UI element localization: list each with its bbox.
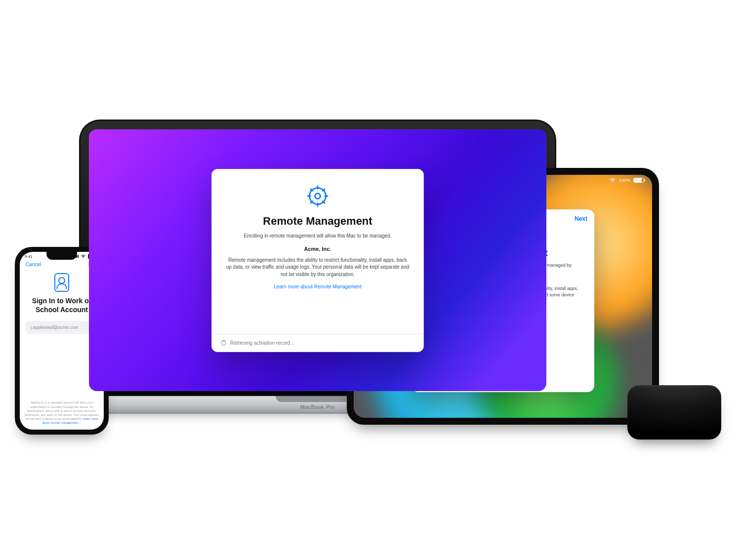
- spinner-icon: [221, 340, 226, 346]
- apple-tv-device: [627, 385, 721, 440]
- status-battery-percent: 100%: [619, 178, 630, 183]
- gear-icon: [307, 185, 329, 207]
- learn-more-link[interactable]: Learn more about Remote Management: [226, 284, 410, 289]
- window-org: Acme, Inc.: [226, 246, 410, 252]
- email-field[interactable]: j.appleseed@acme.com: [26, 321, 98, 334]
- cancel-button[interactable]: Cancel: [26, 262, 41, 267]
- window-title: Remote Management: [226, 215, 410, 228]
- battery-icon: [633, 178, 644, 183]
- remote-management-window: Remote Management Enrolling in remote ma…: [211, 169, 424, 352]
- wifi-icon: [609, 178, 616, 183]
- macbook-brand-label: MacBook Pro: [300, 404, 335, 410]
- window-intro: Enrolling in remote management will allo…: [226, 233, 410, 240]
- macbook-screen: Remote Management Enrolling in remote ma…: [89, 129, 546, 391]
- signin-footnote: Signing in to a managed account will all…: [20, 397, 104, 430]
- cellular-icon: [73, 255, 79, 258]
- window-footer: Retrieving activation record…: [212, 334, 423, 352]
- wifi-icon: [81, 254, 86, 258]
- next-button[interactable]: Next: [575, 215, 587, 222]
- email-placeholder: j.appleseed@acme.com: [31, 325, 79, 330]
- id-badge-icon: [54, 273, 69, 292]
- window-body: Remote management includes the ability t…: [226, 257, 410, 279]
- footer-status: Retrieving activation record…: [230, 340, 295, 346]
- macbook-lid: Remote Management Enrolling in remote ma…: [79, 120, 556, 396]
- macbook-device: Remote Management Enrolling in remote ma…: [79, 120, 556, 414]
- status-time: 9:41: [25, 254, 33, 259]
- device-lineup: Remote Management Enrolling in remote ma…: [0, 0, 741, 560]
